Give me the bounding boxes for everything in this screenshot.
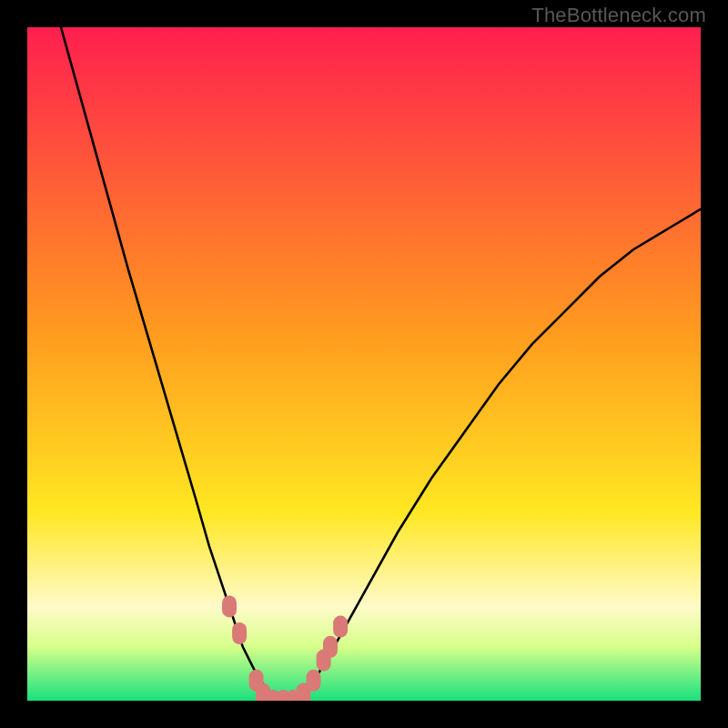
bottleneck-curve-chart xyxy=(27,27,701,701)
data-marker xyxy=(222,595,237,617)
data-marker xyxy=(333,616,348,638)
chart-frame: TheBottleneck.com xyxy=(0,0,728,728)
gradient-background xyxy=(27,27,701,701)
data-marker xyxy=(307,670,321,692)
data-marker xyxy=(323,636,338,658)
watermark-text: TheBottleneck.com xyxy=(531,4,706,27)
data-marker xyxy=(232,622,247,644)
